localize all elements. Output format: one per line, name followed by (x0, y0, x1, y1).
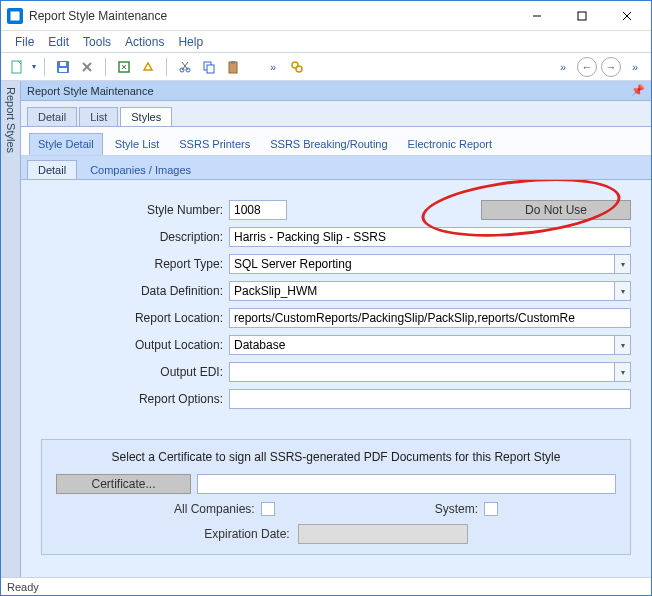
overflow-nav-icon[interactable]: » (625, 57, 645, 77)
subtab-companies-images[interactable]: Companies / Images (79, 160, 202, 179)
tab-ssrs-breaking-routing[interactable]: SSRS Breaking/Routing (262, 134, 395, 154)
all-companies-checkbox[interactable] (261, 502, 275, 516)
find-icon[interactable] (287, 57, 307, 77)
toolbar: ▾ » » ← → » (1, 53, 651, 81)
statusbar: Ready (1, 577, 651, 595)
tab-detail[interactable]: Detail (27, 107, 77, 126)
do-not-use-button[interactable]: Do Not Use (481, 200, 631, 220)
overflow-right-icon[interactable]: » (553, 57, 573, 77)
copy-icon[interactable] (199, 57, 219, 77)
app-icon (7, 8, 23, 24)
subtab-detail[interactable]: Detail (27, 160, 77, 179)
nav-forward-button[interactable]: → (601, 57, 621, 77)
description-input[interactable] (229, 227, 631, 247)
certificate-group: Select a Certificate to sign all SSRS-ge… (41, 439, 631, 555)
output-location-label: Output Location: (41, 338, 229, 352)
svg-rect-17 (207, 65, 214, 73)
side-tab[interactable]: Report Styles (1, 81, 21, 577)
system-label: System: (435, 502, 478, 516)
report-location-input[interactable] (229, 308, 631, 328)
content-row: Report Styles Report Style Maintenance 📌… (1, 81, 651, 577)
report-options-label: Report Options: (41, 392, 229, 406)
certificate-group-title: Select a Certificate to sign all SSRS-ge… (56, 450, 616, 464)
app-window: Report Style Maintenance File Edit Tools… (0, 0, 652, 596)
output-edi-dropdown-icon[interactable]: ▾ (615, 362, 631, 382)
output-edi-input[interactable] (229, 362, 615, 382)
tabs-level-3: Detail Companies / Images (21, 156, 651, 180)
tab-ssrs-printers[interactable]: SSRS Printers (171, 134, 258, 154)
status-text: Ready (7, 581, 39, 593)
tabs-level-2: Style Detail Style List SSRS Printers SS… (21, 127, 651, 156)
form-panel: Style Number: Do Not Use Description: Re… (21, 180, 651, 577)
tab-styles[interactable]: Styles (120, 107, 172, 126)
panel-header-title: Report Style Maintenance (27, 85, 154, 97)
svg-rect-19 (231, 61, 235, 64)
menu-tools[interactable]: Tools (77, 33, 117, 51)
report-type-label: Report Type: (41, 257, 229, 271)
certificate-input[interactable] (197, 474, 616, 494)
maximize-button[interactable] (559, 2, 604, 30)
pin-icon[interactable]: 📌 (631, 84, 645, 97)
certificate-button[interactable]: Certificate... (56, 474, 191, 494)
menu-edit[interactable]: Edit (42, 33, 75, 51)
menu-file[interactable]: File (9, 33, 40, 51)
report-type-input[interactable] (229, 254, 615, 274)
nav-back-button[interactable]: ← (577, 57, 597, 77)
side-tab-label: Report Styles (5, 87, 17, 153)
svg-rect-8 (60, 62, 66, 66)
delete-icon[interactable] (77, 57, 97, 77)
clear-icon[interactable] (138, 57, 158, 77)
tab-style-detail[interactable]: Style Detail (29, 133, 103, 155)
report-location-label: Report Location: (41, 311, 229, 325)
data-definition-dropdown-icon[interactable]: ▾ (615, 281, 631, 301)
output-location-input[interactable] (229, 335, 615, 355)
report-options-input[interactable] (229, 389, 631, 409)
minimize-button[interactable] (514, 2, 559, 30)
new-icon[interactable] (7, 57, 27, 77)
all-companies-label: All Companies: (174, 502, 255, 516)
svg-point-21 (296, 66, 302, 72)
close-button[interactable] (604, 2, 649, 30)
new-dropdown[interactable]: ▾ (32, 62, 36, 71)
menu-actions[interactable]: Actions (119, 33, 170, 51)
paste-icon[interactable] (223, 57, 243, 77)
svg-rect-2 (578, 12, 586, 20)
window-controls (514, 2, 649, 30)
panel-header: Report Style Maintenance 📌 (21, 81, 651, 101)
description-label: Description: (41, 230, 229, 244)
main-panel: Report Style Maintenance 📌 Detail List S… (21, 81, 651, 577)
expiration-date-label: Expiration Date: (204, 527, 289, 541)
tab-list[interactable]: List (79, 107, 118, 126)
menubar: File Edit Tools Actions Help (1, 31, 651, 53)
refresh-icon[interactable] (114, 57, 134, 77)
titlebar: Report Style Maintenance (1, 1, 651, 31)
overflow-icon[interactable]: » (263, 57, 283, 77)
expiration-date-field (298, 524, 468, 544)
data-definition-label: Data Definition: (41, 284, 229, 298)
output-location-dropdown-icon[interactable]: ▾ (615, 335, 631, 355)
menu-help[interactable]: Help (172, 33, 209, 51)
report-type-dropdown-icon[interactable]: ▾ (615, 254, 631, 274)
data-definition-input[interactable] (229, 281, 615, 301)
svg-rect-0 (11, 12, 19, 20)
window-title: Report Style Maintenance (29, 9, 514, 23)
tabs-level-1: Detail List Styles (21, 101, 651, 127)
style-number-label: Style Number: (41, 203, 229, 217)
cut-icon[interactable] (175, 57, 195, 77)
tab-electronic-report[interactable]: Electronic Report (400, 134, 500, 154)
system-checkbox[interactable] (484, 502, 498, 516)
output-edi-label: Output EDI: (41, 365, 229, 379)
tab-style-list[interactable]: Style List (107, 134, 168, 154)
svg-rect-7 (59, 68, 67, 72)
save-icon[interactable] (53, 57, 73, 77)
style-number-input[interactable] (229, 200, 287, 220)
